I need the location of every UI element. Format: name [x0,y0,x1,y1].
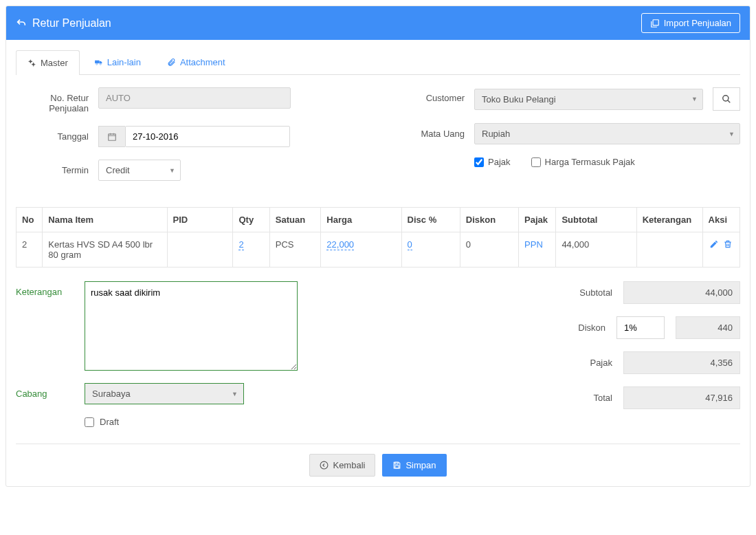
svg-rect-6 [109,133,116,140]
kembali-button[interactable]: Kembali [309,454,375,477]
tabs: Master Lain-lain Attachment [16,50,740,75]
diskon-label: Diskon [578,323,605,333]
import-penjualan-button[interactable]: Import Penjualan [641,13,740,33]
tab-master-label: Master [41,58,68,68]
import-button-label: Import Penjualan [664,18,731,28]
paperclip-icon [167,58,176,67]
customer-label: Customer [392,87,474,103]
import-icon [650,19,660,28]
simpan-button[interactable]: Simpan [382,454,446,477]
cell-pajak[interactable]: PPN [524,239,543,250]
total-label: Total [594,393,612,403]
tab-attachment-label: Attachment [180,57,225,67]
form-top: No. Retur Penjualan Tanggal [16,87,740,193]
cell-keterangan [636,232,702,268]
svg-rect-3 [95,61,100,63]
bottom-section: Keterangan <span></span> Cabang Surabaya… [16,281,740,427]
cell-qty[interactable]: 2 [238,239,243,250]
col-aksi: Aksi [702,208,740,232]
draft-checkbox[interactable]: Draft [85,417,424,427]
draft-label: Draft [100,417,119,427]
undo-icon [16,18,27,29]
truck-icon [94,58,103,67]
page-title: Retur Penjualan [16,17,111,30]
diskon-percent-input[interactable] [616,316,665,339]
tanggal-input[interactable] [125,126,290,147]
pajak-total-label: Pajak [590,358,612,368]
cell-nama: Kertas HVS SD A4 500 lbr 80 gram [43,232,167,268]
diskon-value: 440 [676,316,740,339]
cell-satuan: PCS [269,232,321,268]
pajak-value: 4,356 [623,351,740,374]
tab-lain-lain-label: Lain-lain [107,57,141,67]
svg-rect-0 [653,19,658,25]
svg-rect-9 [395,462,398,464]
keterangan-label: Keterangan [16,281,85,371]
cell-harga[interactable]: 22,000 [326,239,354,250]
mata-uang-label: Mata Uang [392,123,474,139]
col-subtotal: Subtotal [556,208,636,232]
cell-subtotal: 44,000 [556,232,636,268]
mata-uang-select[interactable]: Rupiah [474,123,740,144]
keterangan-textarea[interactable]: <span></span> [85,281,298,371]
cell-pid [167,232,233,268]
subtotal-label: Subtotal [579,287,612,298]
termin-label: Termin [16,160,98,175]
cabang-label: Cabang [16,383,85,404]
col-nama: Nama Item [43,208,167,232]
svg-point-5 [100,63,101,65]
svg-rect-10 [395,466,399,468]
customer-search-button[interactable] [713,87,740,111]
table-header-row: No Nama Item PID Qty Satuan Harga Disc %… [16,208,740,232]
panel-header: Retur Penjualan Import Penjualan [6,6,750,40]
col-pid: PID [167,208,233,232]
no-retur-input[interactable] [98,87,291,109]
delete-icon[interactable] [723,239,733,249]
svg-point-1 [30,61,32,63]
no-retur-label: No. Retur Penjualan [16,87,98,113]
pajak-checkbox-label: Pajak [488,157,511,167]
svg-point-8 [321,461,329,469]
cell-disc-pct[interactable]: 0 [408,239,412,250]
simpan-label: Simpan [405,460,436,470]
col-disc-pct: Disc % [401,208,460,232]
customer-select[interactable]: Toko Buku Pelangi [474,89,703,110]
col-keterangan: Keterangan [636,208,702,232]
items-table: No Nama Item PID Qty Satuan Harga Disc %… [16,207,740,268]
col-satuan: Satuan [269,208,321,232]
col-diskon: Diskon [460,208,518,232]
tanggal-label: Tanggal [16,126,98,142]
kembali-label: Kembali [333,460,365,470]
back-icon [320,461,329,470]
gears-icon [27,58,36,67]
col-qty: Qty [233,208,269,232]
page-title-text: Retur Penjualan [32,17,111,30]
main-panel: Retur Penjualan Import Penjualan Master … [5,6,751,487]
tab-master[interactable]: Master [16,50,80,75]
svg-point-2 [32,63,34,65]
harga-termasuk-checkbox[interactable]: Harga Termasuk Pajak [531,157,635,167]
table-row: 2 Kertas HVS SD A4 500 lbr 80 gram 2 PCS… [16,232,740,268]
termin-select[interactable]: Credit [98,160,181,181]
cell-diskon: 0 [460,232,518,268]
search-icon [722,94,731,104]
tab-attachment[interactable]: Attachment [155,50,237,74]
edit-icon[interactable] [709,239,719,249]
tab-lain-lain[interactable]: Lain-lain [82,50,153,74]
svg-point-7 [723,96,729,101]
pajak-checkbox[interactable]: Pajak [474,157,511,167]
calendar-icon[interactable] [98,126,125,147]
col-no: No [16,208,43,232]
panel-body: Master Lain-lain Attachment No. Retur Pe… [6,40,750,486]
footer-buttons: Kembali Simpan [16,444,740,477]
harga-termasuk-label: Harga Termasuk Pajak [545,157,635,167]
total-value: 47,916 [623,386,740,409]
col-harga: Harga [321,208,401,232]
cabang-select[interactable]: Surabaya [85,384,243,404]
col-pajak: Pajak [519,208,556,232]
subtotal-value: 44,000 [623,281,740,304]
save-icon [392,461,401,470]
cell-no: 2 [16,232,43,268]
svg-point-4 [96,63,97,65]
